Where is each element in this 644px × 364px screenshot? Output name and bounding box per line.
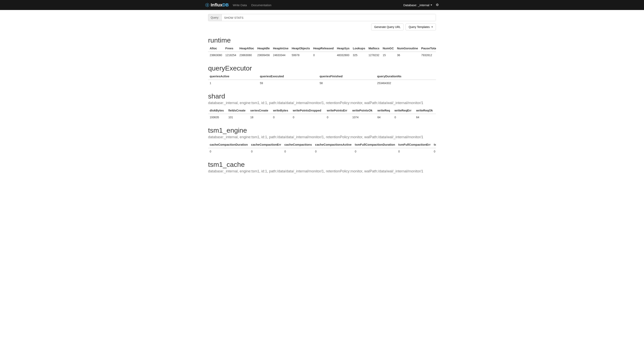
section-title: shard [208, 92, 436, 100]
nav-right: Database: _internal [403, 3, 439, 7]
column-header: NumGoroutine [395, 45, 420, 52]
column-header: Lookups [351, 45, 367, 52]
table-cell: 24633344 [271, 52, 290, 58]
column-header: cacheCompactions [283, 141, 314, 148]
table-cell: 0 [432, 148, 436, 155]
nav-links: Write Data Documentation [233, 4, 271, 7]
table-cell: 0 [313, 148, 353, 155]
section-title: tsm1_engine [208, 126, 436, 134]
query-templates-button[interactable]: Query Templates [406, 24, 436, 30]
table-cell: 59978 [290, 52, 312, 58]
column-header: queriesExecuted [258, 73, 318, 80]
section-subtitle: database:_internal, engine:tsm1, id:1, p… [208, 135, 436, 139]
svg-point-4 [209, 4, 209, 6]
table-cell: 15 [381, 52, 395, 58]
table-wrap: cacheCompactionDurationcacheCompactionEr… [208, 141, 436, 155]
brand-text-influx: Influx [211, 2, 223, 8]
section-title: queryExecutor [208, 64, 436, 72]
table-cell: 1278232 [367, 52, 381, 58]
table-cell: 64 [415, 114, 436, 120]
navbar-inner: InfluxDB Write Data Documentation Databa… [205, 2, 439, 8]
column-header: writeReqOk [415, 107, 436, 114]
nav-link-write-data[interactable]: Write Data [233, 4, 247, 7]
table-cell: 7932812 [420, 52, 436, 58]
column-header: NumGC [381, 45, 395, 52]
section-title: tsm1_cache [208, 160, 436, 168]
table-row: 2386308012182542386308023699456246333445… [208, 52, 436, 58]
table-cell: 59 [258, 80, 318, 86]
generate-query-url-button[interactable]: Generate Query URL [371, 24, 404, 30]
influx-logo-icon [205, 3, 210, 7]
column-header: cacheCompactionDuration [208, 141, 249, 148]
column-header: queriesActive [208, 73, 258, 80]
table-cell: 0 [291, 114, 325, 120]
table-wrap: diskBytesfieldsCreateseriesCreatewriteBy… [208, 107, 436, 120]
nav-link-documentation[interactable]: Documentation [251, 4, 271, 7]
query-templates-label: Query Templates [409, 25, 430, 28]
svg-point-6 [208, 4, 209, 4]
section-subtitle: database:_internal, engine:tsm1, id:1, p… [208, 101, 436, 105]
table-cell: 0 [325, 114, 351, 120]
database-dropdown-label: Database: _internal [403, 4, 429, 7]
section-subtitle: database:_internal, engine:tsm1, id:1, p… [208, 169, 436, 174]
table-cell: 0 [393, 114, 415, 120]
table-cell: 64 [376, 114, 393, 120]
query-bar: Query: [208, 14, 436, 21]
table-cell: 0 [353, 148, 397, 155]
section-queryExecutor: queryExecutorqueriesActivequeriesExecute… [208, 64, 436, 86]
column-header: PauseTotalNs [420, 45, 436, 52]
section-shard: sharddatabase:_internal, engine:tsm1, id… [208, 92, 436, 120]
table-cell: 36 [395, 52, 420, 58]
results-table: diskBytesfieldsCreateseriesCreatewriteBy… [208, 107, 436, 120]
query-label: Query: [208, 14, 222, 21]
column-header: HeapReleased [312, 45, 335, 52]
column-header: HeapObjects [290, 45, 312, 52]
table-cell: 23863080 [208, 52, 224, 58]
column-header: writeReqErr [393, 107, 415, 114]
column-header: cacheCompactionErr [249, 141, 283, 148]
column-header: tsmFullCompactionErr [397, 141, 432, 148]
gear-icon[interactable] [436, 3, 439, 7]
column-header: writeReq [376, 107, 393, 114]
column-header: HeapIdle [256, 45, 271, 52]
table-cell: 0 [397, 148, 432, 155]
table-cell: 1 [208, 80, 258, 86]
column-header: diskBytes [208, 107, 227, 114]
svg-point-0 [207, 4, 208, 6]
section-title: runtime [208, 36, 436, 44]
table-cell: 193635 [208, 114, 227, 120]
svg-point-3 [205, 4, 206, 6]
column-header: HeapSys [335, 45, 351, 52]
column-header: Mallocs [367, 45, 381, 52]
table-row: 00000000 [208, 148, 436, 155]
database-dropdown[interactable]: Database: _internal [403, 4, 432, 7]
brand-logo[interactable]: InfluxDB [205, 2, 229, 8]
svg-point-8 [208, 6, 209, 6]
caret-down-icon [431, 26, 433, 28]
table-wrap: AllocFreesHeapAllocHeapIdleHeapInUseHeap… [208, 45, 436, 58]
column-header: cacheCompactionsActive [313, 141, 353, 148]
table-cell: 1074 [351, 114, 376, 120]
action-buttons: Generate Query URL Query Templates [208, 24, 436, 30]
brand-text: InfluxDB [211, 2, 229, 8]
svg-point-5 [206, 4, 206, 4]
table-cell: 101 [227, 114, 249, 120]
table-row: 15958253464302 [208, 80, 436, 86]
table-cell: 0 [312, 52, 335, 58]
results-table: cacheCompactionDurationcacheCompactionEr… [208, 141, 436, 155]
query-input[interactable] [222, 14, 436, 21]
caret-down-icon [430, 4, 432, 6]
table-cell: 23699456 [256, 52, 271, 58]
main-container: Query: Generate Query URL Query Template… [205, 10, 439, 180]
table-cell: 325 [351, 52, 367, 58]
table-cell: 253464302 [376, 80, 436, 86]
column-header: Alloc [208, 45, 224, 52]
section-tsm1_engine: tsm1_enginedatabase:_internal, engine:ts… [208, 126, 436, 155]
results-table: AllocFreesHeapAllocHeapIdleHeapInUseHeap… [208, 45, 436, 58]
column-header: seriesCreate [249, 107, 271, 114]
table-cell: 18 [249, 114, 271, 120]
column-header: writePointsOk [351, 107, 376, 114]
table-cell: 48332800 [335, 52, 351, 58]
results-table: queriesActivequeriesExecutedqueriesFinis… [208, 73, 436, 86]
results-sections: runtimeAllocFreesHeapAllocHeapIdleHeapIn… [208, 36, 436, 174]
